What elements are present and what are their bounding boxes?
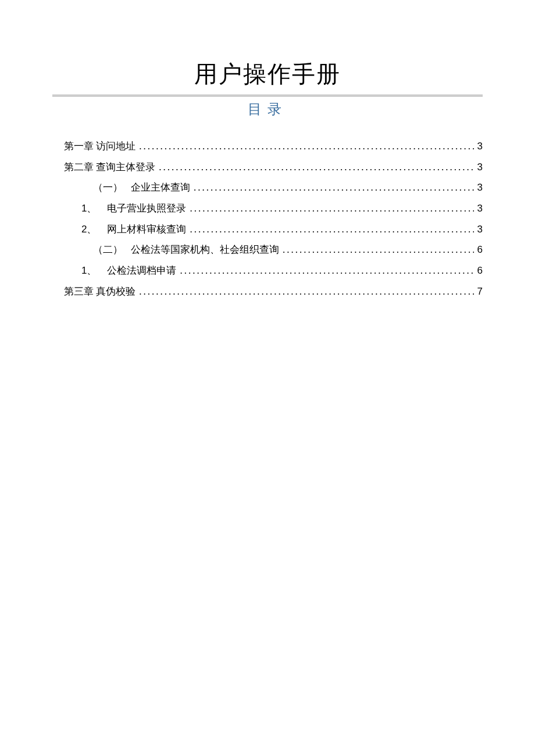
toc-leader-dots <box>139 136 473 157</box>
toc-leader-dots <box>139 281 473 302</box>
toc-leader-dots <box>190 219 473 240</box>
toc-leader-dots <box>283 239 474 260</box>
title-underline <box>52 95 483 96</box>
toc-entry-chapter-1[interactable]: 第一章 访问地址 3 <box>52 136 483 157</box>
toc-heading: 目录 <box>52 100 483 119</box>
document-title: 用户操作手册 <box>52 58 483 90</box>
toc-entry-page: 3 <box>477 177 483 198</box>
toc-entry-section-2-2[interactable]: （二） 公检法等国家机构、社会组织查询 6 <box>52 239 483 260</box>
table-of-contents: 第一章 访问地址 3 第二章 查询主体登录 3 （一） 企业主体查询 3 1、 … <box>52 136 483 302</box>
toc-entry-page: 6 <box>477 239 483 260</box>
toc-entry-number: （一） <box>93 177 123 198</box>
toc-entry-item-2-1-2[interactable]: 2、 网上材料审核查询 3 <box>52 219 483 240</box>
toc-leader-dots <box>194 177 474 198</box>
toc-entry-page: 7 <box>477 281 483 302</box>
toc-entry-page: 6 <box>477 260 483 281</box>
toc-entry-label: 第二章 查询主体登录 <box>64 157 155 178</box>
toc-leader-dots <box>159 157 473 178</box>
toc-leader-dots <box>180 260 473 281</box>
toc-entry-label: 企业主体查询 <box>131 177 190 198</box>
toc-entry-item-2-1-1[interactable]: 1、 电子营业执照登录 3 <box>52 198 483 219</box>
toc-entry-page: 3 <box>477 219 483 240</box>
toc-leader-dots <box>190 198 473 219</box>
toc-entry-page: 3 <box>477 157 483 178</box>
toc-entry-number: 1、 <box>81 198 97 219</box>
toc-entry-page: 3 <box>477 198 483 219</box>
toc-entry-label: 公检法等国家机构、社会组织查询 <box>131 239 279 260</box>
toc-entry-number: 2、 <box>81 219 97 240</box>
toc-entry-label: 第一章 访问地址 <box>64 136 135 157</box>
toc-entry-label: 公检法调档申请 <box>107 260 176 281</box>
toc-entry-chapter-2[interactable]: 第二章 查询主体登录 3 <box>52 157 483 178</box>
toc-entry-number: 1、 <box>81 260 97 281</box>
toc-entry-label: 电子营业执照登录 <box>107 198 186 219</box>
toc-entry-page: 3 <box>477 136 483 157</box>
toc-entry-section-2-1[interactable]: （一） 企业主体查询 3 <box>52 177 483 198</box>
toc-entry-label: 第三章 真伪校验 <box>64 281 135 302</box>
toc-entry-chapter-3[interactable]: 第三章 真伪校验 7 <box>52 281 483 302</box>
toc-entry-item-2-2-1[interactable]: 1、 公检法调档申请 6 <box>52 260 483 281</box>
toc-entry-number: （二） <box>93 239 123 260</box>
toc-entry-label: 网上材料审核查询 <box>107 219 186 240</box>
